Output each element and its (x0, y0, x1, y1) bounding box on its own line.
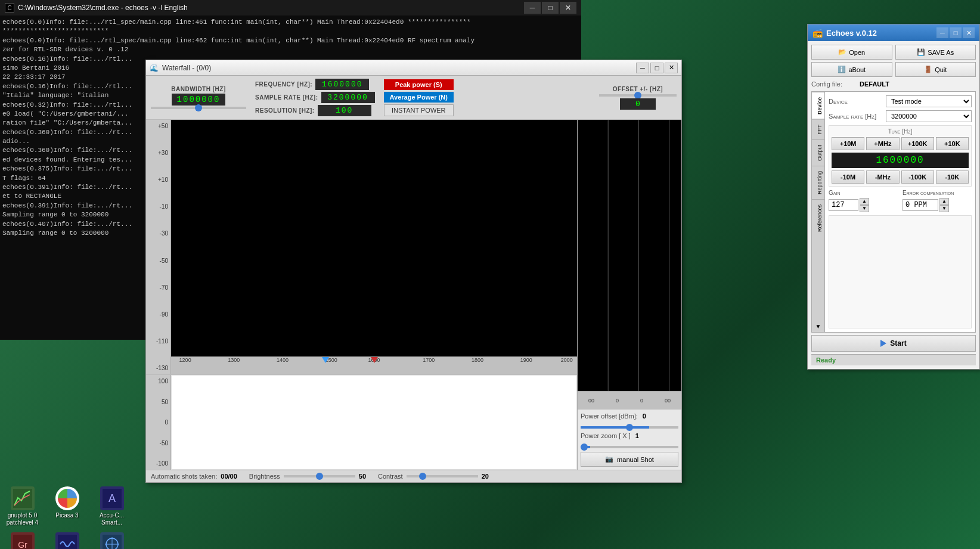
echoes-body: 📂 Open 💾 SAVE As ℹ️ aBout 🚪 Quit Config … (808, 41, 979, 369)
power-zoom-slider[interactable] (581, 446, 678, 448)
freq-axis: 1200 1300 1400 1500 1600 1700 1800 1900 … (171, 356, 577, 374)
peak-power-btn[interactable]: Peak power (S) (384, 79, 454, 90)
error-down-btn[interactable]: ▼ (939, 205, 949, 212)
tune-btn-grid-negative: -10M -MHz -100K -10K (832, 170, 969, 184)
echoes-minimize-btn[interactable]: ─ (936, 27, 948, 38)
power-chart-area: 100 50 0 -50 -100 (146, 374, 577, 470)
tune-plus-mhz[interactable]: +MHz (866, 137, 899, 150)
offset-section: Offset +/- [Hz] 0 (599, 86, 677, 110)
power-zoom-label: Power zoom [ X ] (581, 432, 631, 439)
quit-icon: 🚪 (924, 66, 932, 73)
tab-output[interactable]: Output (812, 139, 824, 166)
resolution-value: 100 (318, 105, 371, 116)
tune-plus-10k[interactable]: +10K (936, 137, 969, 150)
contrast-slider[interactable] (407, 475, 478, 477)
gain-up-btn[interactable]: ▲ (860, 198, 869, 205)
tune-minus-100k[interactable]: -100K (901, 170, 934, 184)
spectrum-main: 1200 1300 1400 1500 1600 1700 1800 1900 … (171, 120, 577, 374)
waterfall-body: Bandwidth [Hz] 1000000 Frequency [Hz]: 1… (146, 76, 681, 482)
tune-minus-mhz[interactable]: -MHz (866, 170, 899, 184)
open-label: Open (849, 49, 865, 56)
save-as-btn[interactable]: 💾 SAVE As (895, 45, 976, 60)
cmd-close-btn[interactable]: ✕ (560, 2, 576, 14)
accu-icon[interactable]: A Accu-C...Smart... (92, 486, 131, 526)
waterfall-maximize-btn[interactable]: □ (650, 63, 663, 73)
gain-input[interactable] (829, 199, 858, 211)
waterfall-window-controls: ─ □ ✕ (636, 63, 678, 73)
waterfall-canvas[interactable] (171, 120, 577, 356)
echoes-taskbar-icon[interactable]: echoes (48, 532, 86, 549)
start-label: Start (890, 339, 906, 348)
config-row: Config file: DEFAULT (811, 79, 976, 89)
status-bar: Ready (811, 354, 976, 365)
config-file-value: DEFAULT (860, 80, 889, 88)
svg-text:Gr: Gr (18, 540, 27, 549)
tab-panel: Device FFT Output Reporting References ▼… (811, 91, 976, 333)
about-btn[interactable]: ℹ️ aBout (811, 62, 892, 77)
aladin-icon[interactable]: Aladin... (92, 532, 131, 549)
quit-label: Quit (935, 66, 947, 73)
start-btn[interactable]: Start (811, 335, 976, 352)
sample-rate-select[interactable]: 3200000 (886, 110, 972, 122)
cmd-titlebar: C C:\Windows\System32\cmd.exe - echoes -… (0, 0, 581, 15)
status-text: Ready (816, 356, 836, 364)
about-icon: ℹ️ (838, 66, 846, 73)
echoes-close-btn[interactable]: ✕ (963, 27, 975, 38)
side-spectrum-black (578, 120, 681, 391)
about-label: aBout (848, 66, 866, 73)
side-spectrum-display: 00 0 0 00 (578, 120, 681, 409)
offset-slider[interactable] (599, 94, 677, 97)
error-up-btn[interactable]: ▲ (939, 198, 949, 205)
tune-minus-10k[interactable]: -10K (936, 170, 969, 184)
tab-device[interactable]: Device (812, 92, 824, 119)
tab-fft[interactable]: FFT (812, 119, 824, 139)
quit-btn[interactable]: 🚪 Quit (895, 62, 976, 77)
cmd-title: C:\Windows\System32\cmd.exe - echoes -v … (18, 4, 520, 12)
power-y-axis: 100 50 0 -50 -100 (146, 375, 171, 470)
tune-plus-100k[interactable]: +100K (901, 137, 934, 150)
picasa-icon[interactable]: Picasa 3 (48, 486, 86, 526)
power-offset-slider[interactable] (581, 426, 678, 429)
vertical-tabs: Device FFT Output Reporting References ▼ (812, 92, 825, 332)
waterfall-window: 🌊 Waterfall - (0/0) ─ □ ✕ Bandwidth [Hz]… (145, 60, 682, 483)
save-icon: 💾 (917, 48, 925, 56)
camera-icon: 📷 (605, 455, 613, 463)
svg-text:A: A (108, 492, 115, 504)
error-input[interactable] (903, 199, 938, 211)
gramps-icon[interactable]: Gr GramsA... (3, 532, 42, 549)
gain-down-btn[interactable]: ▼ (860, 205, 869, 212)
wf-left: +50 +30 +10 -10 -30 -50 -70 -90 -110 -13… (146, 120, 577, 470)
tab-references[interactable]: References (812, 199, 824, 237)
tab-scroll-down[interactable]: ▼ (812, 321, 824, 332)
brightness-slider[interactable] (284, 475, 355, 477)
tune-btn-grid: +10M +MHz +100K +10K (832, 137, 969, 150)
cmd-window-controls: ─ □ ✕ (524, 2, 576, 14)
power-zoom-value: 1 (635, 432, 639, 439)
instant-power-btn[interactable]: INSTANT POWER (384, 104, 454, 116)
echoes-title: Echoes v.0.12 (826, 29, 933, 38)
cmd-minimize-btn[interactable]: ─ (524, 2, 541, 14)
tune-plus-10m[interactable]: +10M (832, 137, 864, 150)
waterfall-minimize-btn[interactable]: ─ (636, 63, 649, 73)
avg-power-btn[interactable]: Average Power (N) (384, 92, 454, 103)
tune-minus-10m[interactable]: -10M (832, 170, 864, 184)
open-btn[interactable]: 📂 Open (811, 45, 892, 60)
waterfall-close-btn[interactable]: ✕ (665, 63, 678, 73)
echoes-maximize-btn[interactable]: □ (950, 27, 962, 38)
device-select[interactable]: Test mode (886, 95, 972, 107)
manual-shot-btn[interactable]: 📷 manual Shot (581, 452, 678, 467)
contrast-value: 20 (482, 473, 489, 480)
references-area (829, 215, 972, 328)
contrast-label: Contrast (378, 473, 403, 480)
gnuplot-icon[interactable]: gnuplot 5.0patchlevel 4 (3, 486, 42, 526)
cmd-maximize-btn[interactable]: □ (542, 2, 559, 14)
resolution-label: Resolution [Hz]: (255, 107, 315, 114)
gain-stepper: ▲ ▼ (860, 198, 869, 212)
echoes-app-icon: 📻 (812, 28, 823, 38)
cmd-icon: C (5, 3, 14, 13)
power-offset-label: Power offset [dBm]: (581, 412, 638, 420)
power-offset-value: 0 (643, 412, 646, 420)
tab-reporting[interactable]: Reporting (812, 166, 824, 199)
wf-right: 00 0 0 00 Power offset [dBm]: 0 Power zo… (577, 120, 681, 470)
bandwidth-slider[interactable] (151, 107, 246, 109)
